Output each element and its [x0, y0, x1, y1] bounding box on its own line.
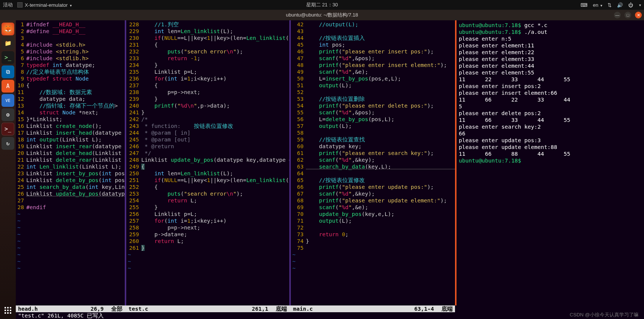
close-button[interactable]: ✕ [635, 12, 642, 18]
vim-pane-3[interactable]: 42 //output(L);4344 //按链表位置插入45 int pos;… [291, 20, 455, 305]
dock-software[interactable]: A [2, 80, 14, 93]
clock[interactable]: 星期二 21：30 [306, 2, 338, 8]
dock-files[interactable]: 📁 [2, 37, 14, 50]
statusline-3: main.c63,1-4底端 [291, 305, 455, 312]
activities-button[interactable]: 活动 [3, 2, 13, 8]
keyboard-icon[interactable]: ⌨ [581, 2, 588, 8]
statusline-1: head.h26,9全部 [16, 305, 125, 312]
dock-terminal-active[interactable]: >_ [2, 123, 14, 135]
terminal-output[interactable]: ubuntu@ubuntu:7.18$ gcc *.cubuntu@ubuntu… [457, 20, 586, 305]
dock: 🦊 📁 >_ ⧉ A VE ⚙ >_ ↻ [0, 20, 16, 319]
terminal-window: 1#ifndef __HEAD_H__2#define __HEAD_H__34… [16, 20, 644, 319]
app-menu[interactable]: X-terminal-emulator ▾ [17, 2, 72, 8]
statusline-2: test.c261,1底端 [126, 305, 289, 312]
dock-vmware[interactable]: VE [2, 94, 14, 107]
volume-icon[interactable]: 🔊 [617, 2, 623, 8]
dock-firefox[interactable]: 🦊 [2, 23, 14, 35]
show-applications[interactable] [2, 304, 14, 317]
dock-updater[interactable]: ↻ [2, 137, 14, 150]
dock-terminal[interactable]: >_ [2, 51, 14, 64]
vim-pane-1[interactable]: 1#ifndef __HEAD_H__2#define __HEAD_H__34… [16, 20, 125, 305]
watermark: CSDN @小徐今天认真学习了嘛 [570, 311, 639, 318]
dock-settings[interactable]: ⚙ [2, 108, 14, 121]
language-indicator[interactable]: en ▾ [593, 2, 602, 8]
maximize-button[interactable]: □ [624, 12, 631, 18]
dock-vscode[interactable]: ⧉ [2, 65, 14, 78]
vim-message: "test.c" 261L, 4085C 已写入 [16, 312, 644, 319]
minimize-button[interactable]: — [614, 12, 621, 18]
network-icon[interactable]: ⇅ [608, 2, 612, 8]
power-icon[interactable]: ⏻ [628, 2, 633, 8]
gnome-topbar: 活动 X-terminal-emulator ▾ 星期二 21：30 ⌨ en … [0, 0, 644, 10]
window-title: ubuntu@ubuntu: ~/数据结构/7.18 [286, 12, 358, 18]
vim-pane-2[interactable]: 228 //1.判空229 int len=Len_linklist(L);23… [126, 20, 289, 305]
window-titlebar: ubuntu@ubuntu: ~/数据结构/7.18 — □ ✕ [0, 10, 644, 20]
